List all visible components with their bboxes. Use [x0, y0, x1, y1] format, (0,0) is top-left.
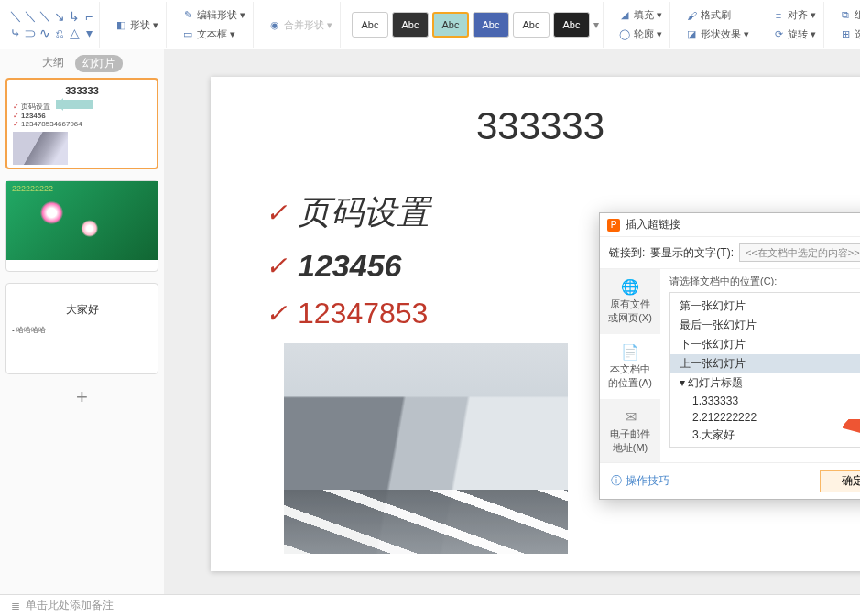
side-email[interactable]: ✉电子邮件 地址(M)	[600, 399, 660, 462]
shape-effects-button[interactable]: ◪形状效果 ▾	[681, 26, 753, 43]
style-preset[interactable]: Abc	[553, 12, 590, 38]
line-icon[interactable]: ↳	[68, 9, 81, 24]
dialog-sidebar: 🌐原有文件 或网页(X) 📄本文档中 的位置(A) ✉电子邮件 地址(M)	[600, 269, 660, 462]
line-icon[interactable]: ＼	[24, 9, 37, 24]
style-preset[interactable]: Abc	[352, 12, 388, 38]
ok-button[interactable]: 确定	[820, 470, 860, 492]
edit-shape-icon: ✎	[181, 9, 194, 22]
shapes-icon: ◧	[114, 18, 127, 31]
insert-hyperlink-dialog: P 插入超链接 ✕ 链接到: 要显示的文字(T): 屏幕提示(P)... 🌐原有…	[599, 212, 860, 500]
location-tree[interactable]: 第一张幻灯片 最后一张幻灯片 下一张幻灯片 上一张幻灯片 ▾ 幻灯片标题 1.3…	[669, 292, 860, 448]
effects-icon: ◪	[685, 28, 698, 41]
thumb-line: 123456	[21, 112, 46, 120]
check-icon: ✓	[13, 103, 19, 111]
style-more-icon[interactable]: ▾	[593, 18, 599, 31]
style-preset-selected[interactable]: Abc	[432, 12, 469, 38]
group-button[interactable]: ⧉组合 ▾	[835, 6, 860, 24]
textbox-button[interactable]: ▭文本框 ▾	[178, 26, 249, 43]
mail-icon: ✉	[604, 408, 657, 426]
style-preset[interactable]: Abc	[513, 12, 550, 38]
globe-icon: 🌐	[604, 278, 657, 296]
arrow-shape-icon	[56, 100, 93, 109]
tree-item-prev[interactable]: 上一张幻灯片	[670, 354, 860, 373]
line-icon[interactable]: ⎌	[53, 26, 66, 40]
tab-slides[interactable]: 幻灯片	[75, 55, 123, 72]
ribbon-toolbar: ＼ ＼ ＼ ↘ ↳ ⌐ ⤷ ⸧ ∿ ⎌ △ ▾ ◧形状 ▾ ✎编辑形状 ▾ ▭文…	[0, 0, 860, 49]
display-text-label: 要显示的文字(T):	[650, 245, 734, 261]
check-icon: ✓	[13, 112, 19, 120]
slide-thumb-2[interactable]: 222222222	[5, 180, 158, 272]
shapes-dropdown[interactable]: ◧形状 ▾	[111, 16, 162, 34]
line-icon[interactable]: ⌐	[82, 9, 95, 24]
check-icon: ✓	[13, 120, 19, 128]
tree-item-last[interactable]: 最后一张幻灯片	[670, 316, 860, 335]
tree-item-slide3[interactable]: 3.大家好	[670, 426, 860, 445]
style-preset[interactable]: Abc	[473, 12, 509, 38]
thumb-image: 222222222	[6, 181, 158, 260]
tree-item-next[interactable]: 下一张幻灯片	[670, 335, 860, 354]
dialog-titlebar[interactable]: P 插入超链接 ✕	[600, 213, 860, 237]
line-icon[interactable]: ⸧	[24, 26, 37, 40]
tree-label: 请选择文档中的位置(C):	[669, 275, 860, 288]
merge-shapes-button: ◉合并形状 ▾	[265, 16, 336, 34]
thumb-line: • 哈哈哈哈	[12, 325, 152, 335]
side-existing-file[interactable]: 🌐原有文件 或网页(X)	[600, 269, 660, 334]
line-icon[interactable]: ⤷	[9, 26, 22, 40]
operation-tips-link[interactable]: ⓘ操作技巧	[611, 473, 669, 489]
line-icon[interactable]: △	[68, 26, 81, 40]
notes-icon: ≣	[11, 600, 20, 612]
rotate-icon: ⟳	[772, 28, 785, 41]
tab-outline[interactable]: 大纲	[42, 55, 64, 72]
line-icon[interactable]: ↘	[53, 9, 66, 24]
display-text-input[interactable]	[739, 243, 860, 262]
slide-text-row[interactable]: 12347853	[298, 297, 428, 330]
tree-item-titles[interactable]: ▾ 幻灯片标题	[670, 373, 860, 393]
link-to-label: 链接到:	[609, 245, 645, 261]
slide-thumb-3[interactable]: 大家好 • 哈哈哈哈	[5, 283, 158, 374]
slide-text-row[interactable]: 123456	[298, 248, 401, 284]
line-icon[interactable]: ＼	[38, 9, 51, 24]
tree-item-slide1[interactable]: 1.333333	[670, 393, 860, 409]
tree-item-first[interactable]: 第一张幻灯片	[670, 297, 860, 316]
line-icon[interactable]: ∿	[38, 26, 51, 40]
notes-placeholder[interactable]: 单击此处添加备注	[26, 598, 114, 613]
add-slide-button[interactable]: +	[5, 385, 158, 409]
rotate-button[interactable]: ⟳旋转 ▾	[768, 26, 820, 43]
select-icon: ⊞	[839, 28, 852, 41]
format-painter-button[interactable]: 🖌格式刷	[681, 6, 753, 24]
line-icon[interactable]: ＼	[9, 9, 22, 24]
outline-button[interactable]: ◯轮廓 ▾	[615, 26, 666, 43]
align-button[interactable]: ≡对齐 ▾	[768, 6, 820, 24]
fill-button[interactable]: ◢填充 ▾	[615, 6, 666, 24]
tip-icon: ⓘ	[611, 473, 622, 489]
tree-item-slide2[interactable]: 2.212222222	[670, 409, 860, 426]
group-icon: ⧉	[839, 9, 852, 22]
check-icon: ✓	[266, 298, 287, 329]
side-place-in-doc[interactable]: 📄本文档中 的位置(A)	[600, 334, 660, 399]
thumb-line: 123478534667964	[21, 120, 82, 128]
thumb-title: 大家好	[12, 302, 152, 318]
dialog-title: 插入超链接	[626, 217, 680, 232]
thumb-image	[13, 132, 68, 165]
notes-bar[interactable]: ≣ 单击此处添加备注	[0, 594, 860, 616]
thumb-title: 333333	[13, 85, 151, 96]
lines-gallery[interactable]: ＼ ＼ ＼ ↘ ↳ ⌐ ⤷ ⸧ ∿ ⎌ △ ▾	[5, 2, 100, 48]
slide-image[interactable]	[284, 343, 568, 554]
line-icon[interactable]: ▾	[82, 26, 95, 40]
thumb-title: 222222222	[6, 181, 158, 193]
slide-thumb-1[interactable]: 333333 ✓页码设置 ✓123456 ✓123478534667964	[5, 78, 158, 169]
document-icon: 📄	[604, 343, 657, 361]
check-icon: ✓	[266, 251, 287, 281]
slide-title[interactable]: 333333	[266, 104, 815, 148]
style-gallery[interactable]: Abc Abc Abc Abc Abc Abc ▾	[352, 12, 599, 38]
style-preset[interactable]: Abc	[392, 12, 429, 38]
outline-icon: ◯	[618, 28, 631, 41]
editor-canvas[interactable]: ⟳ 333333 ✓页码设置 ✓123456 ✓12347853 P 插入超链接…	[165, 49, 860, 594]
edit-shape-button[interactable]: ✎编辑形状 ▾	[178, 6, 249, 24]
thumb-line: 页码设置	[21, 103, 50, 111]
slide-panel: 大纲 幻灯片 1 333333 ✓页码设置 ✓123456 ✓123478534…	[0, 49, 165, 594]
select-button[interactable]: ⊞选择 ▾	[835, 26, 860, 43]
slide-text-row[interactable]: 页码设置	[298, 190, 430, 235]
align-icon: ≡	[772, 9, 785, 22]
merge-icon: ◉	[268, 18, 281, 31]
